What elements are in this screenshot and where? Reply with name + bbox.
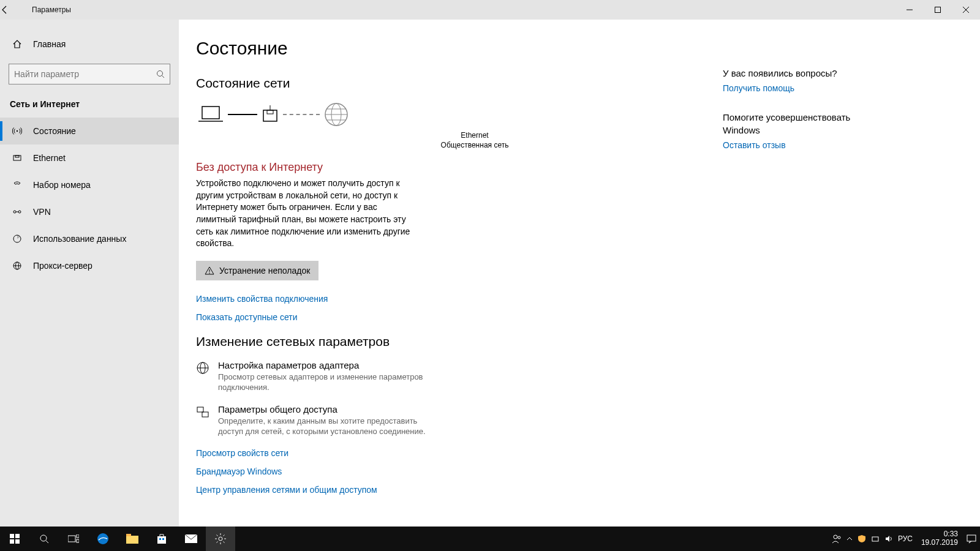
sidebar-item-vpn[interactable]: VPN [0,198,179,225]
tray-people-icon[interactable] [832,534,842,544]
svg-rect-32 [202,412,208,417]
status-heading: Без доступа к Интернету [196,161,698,174]
svg-rect-47 [162,538,164,540]
network-diagram [197,102,698,127]
svg-rect-35 [10,539,14,544]
section-change-network-settings: Изменение сетевых параметров [196,334,698,349]
taskbar-app-mail[interactable] [176,527,206,551]
sidebar-item-label: Набор номера [33,180,91,190]
row-sharing-options[interactable]: Параметры общего доступа Определите, к к… [196,404,698,437]
svg-point-10 [18,211,21,213]
svg-point-27 [209,272,210,274]
svg-rect-61 [967,535,976,541]
sidebar-item-label: Ethernet [33,153,66,163]
link-show-available-networks[interactable]: Показать доступные сети [196,312,698,322]
svg-rect-16 [202,107,219,119]
svg-rect-31 [197,407,203,412]
section-network-status: Состояние сети [196,76,698,91]
connection-line-solid [228,114,257,115]
task-view-button[interactable] [59,527,88,551]
sidebar-category: Сеть и Интернет [0,93,179,118]
laptop-icon [197,104,224,125]
svg-rect-36 [15,539,20,544]
taskbar-app-explorer[interactable] [118,527,147,551]
aside-feedback-heading: Помогите усовершенствовать Windows [723,111,882,137]
home-icon [10,39,24,49]
tray-clock[interactable]: 0:33 19.07.2019 [918,530,962,547]
link-windows-firewall[interactable]: Брандмауэр Windows [196,467,698,476]
link-give-feedback[interactable]: Оставить отзыв [723,140,882,150]
sidebar-item-status[interactable]: Состояние [0,118,179,144]
adapter-options-sub: Просмотр сетевых адаптеров и изменение п… [218,372,439,393]
sidebar-item-label: Состояние [33,126,76,136]
sidebar-item-label: VPN [33,207,51,217]
tray-action-center-icon[interactable] [967,534,976,544]
svg-rect-40 [77,534,79,538]
search-box[interactable] [9,64,170,84]
maximize-button[interactable] [924,0,952,20]
titlebar: Параметры [0,0,980,20]
adapter-options-icon [196,360,218,393]
tray-time: 0:33 [921,530,958,539]
troubleshoot-button[interactable]: Устранение неполадок [196,261,318,280]
svg-rect-60 [872,537,878,541]
link-view-network-properties[interactable]: Просмотр свойств сети [196,448,698,458]
tray-language[interactable]: РУС [898,534,913,543]
sidebar-item-dialup[interactable]: Набор номера [0,171,179,198]
taskbar-app-edge[interactable] [88,527,118,551]
svg-rect-8 [15,156,19,157]
settings-window: Параметры Главная [0,0,980,551]
svg-rect-43 [126,536,138,544]
home-link[interactable]: Главная [0,31,179,58]
connection-line-dashed [283,114,320,115]
svg-line-38 [46,541,48,543]
link-network-sharing-center[interactable]: Центр управления сетями и общим доступом [196,485,698,495]
svg-rect-18 [263,110,277,121]
svg-point-9 [13,211,16,213]
svg-point-37 [40,535,47,541]
aside-panel: У вас появились вопросы? Получить помощь… [723,38,882,514]
sharing-options-sub: Определите, к каким данным вы хотите пре… [218,416,439,437]
svg-point-49 [219,537,222,541]
link-change-connection-properties[interactable]: Изменить свойства подключения [196,294,698,304]
tray-network-icon[interactable] [871,534,880,543]
svg-point-58 [834,535,837,539]
svg-point-6 [17,130,18,132]
svg-line-55 [224,542,225,543]
sidebar-item-proxy[interactable]: Прокси-сервер [0,252,179,279]
taskbar-app-settings[interactable] [206,527,235,551]
close-button[interactable] [952,0,980,20]
home-label: Главная [33,39,66,49]
taskbar-search-button[interactable] [29,527,59,551]
status-icon [10,126,24,136]
tray-volume-icon[interactable] [884,534,893,543]
troubleshoot-label: Устранение неполадок [219,266,310,276]
ethernet-icon [10,153,24,163]
svg-rect-1 [935,7,941,13]
datausage-icon [10,234,24,244]
svg-line-57 [217,542,218,543]
status-description: Устройство подключено и может получить д… [196,178,417,250]
network-profile: Общественная сеть [251,141,698,151]
search-input[interactable] [14,69,156,79]
taskbar-app-store[interactable] [147,527,176,551]
sidebar-item-datausage[interactable]: Использование данных [0,225,179,252]
dialup-icon [10,180,24,190]
sidebar-item-label: Прокси-сервер [33,261,92,271]
minimize-button[interactable] [895,0,924,20]
tray-chevron-up-icon[interactable] [846,536,853,542]
back-button[interactable] [0,5,29,15]
svg-line-56 [224,535,225,536]
tray-security-icon[interactable] [858,534,866,543]
sidebar-item-ethernet[interactable]: Ethernet [0,144,179,171]
aside-questions-heading: У вас появились вопросы? [723,67,882,80]
start-button[interactable] [0,527,29,551]
system-tray: РУС 0:33 19.07.2019 [832,530,980,547]
link-get-help[interactable]: Получить помощь [723,83,882,93]
taskbar: РУС 0:33 19.07.2019 [0,527,980,551]
svg-point-4 [157,71,163,77]
tray-date: 19.07.2019 [921,539,958,547]
page-title: Состояние [196,38,698,59]
row-adapter-options[interactable]: Настройка параметров адаптера Просмотр с… [196,360,698,393]
vpn-icon [10,207,24,217]
